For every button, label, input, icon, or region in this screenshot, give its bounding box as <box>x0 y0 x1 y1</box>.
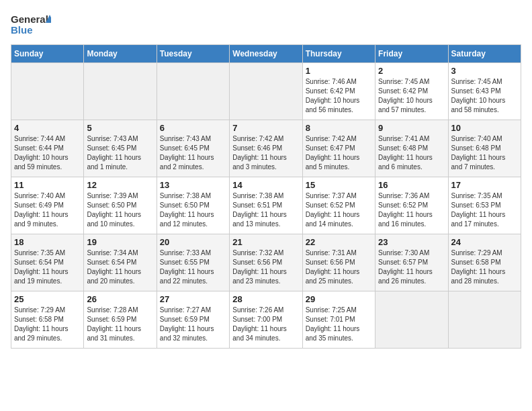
calendar-cell: 25Sunrise: 7:29 AM Sunset: 6:58 PM Dayli… <box>11 291 84 349</box>
day-info: Sunrise: 7:33 AM Sunset: 6:55 PM Dayligh… <box>160 248 226 286</box>
calendar-cell: 9Sunrise: 7:41 AM Sunset: 6:48 PM Daylig… <box>375 120 448 177</box>
day-number: 4 <box>14 123 81 133</box>
calendar-cell: 10Sunrise: 7:40 AM Sunset: 6:48 PM Dayli… <box>448 120 521 177</box>
day-number: 11 <box>14 180 81 190</box>
calendar-cell <box>230 63 302 120</box>
calendar-cell: 27Sunrise: 7:27 AM Sunset: 6:59 PM Dayli… <box>157 291 229 349</box>
calendar-cell: 20Sunrise: 7:33 AM Sunset: 6:55 PM Dayli… <box>157 234 229 291</box>
calendar-cell: 12Sunrise: 7:39 AM Sunset: 6:50 PM Dayli… <box>84 177 157 234</box>
day-number: 1 <box>306 66 372 76</box>
calendar-cell: 24Sunrise: 7:29 AM Sunset: 6:58 PM Dayli… <box>448 234 521 291</box>
day-info: Sunrise: 7:37 AM Sunset: 6:52 PM Dayligh… <box>306 191 372 229</box>
day-info: Sunrise: 7:38 AM Sunset: 6:50 PM Dayligh… <box>160 191 226 229</box>
day-info: Sunrise: 7:43 AM Sunset: 6:45 PM Dayligh… <box>160 134 226 172</box>
calendar-cell: 8Sunrise: 7:42 AM Sunset: 6:47 PM Daylig… <box>302 120 375 177</box>
day-number: 28 <box>232 294 299 304</box>
calendar-week-row: 18Sunrise: 7:35 AM Sunset: 6:54 PM Dayli… <box>11 234 521 291</box>
day-info: Sunrise: 7:46 AM Sunset: 6:42 PM Dayligh… <box>306 77 372 115</box>
day-info: Sunrise: 7:42 AM Sunset: 6:46 PM Dayligh… <box>232 134 299 172</box>
day-number: 26 <box>87 294 153 304</box>
day-info: Sunrise: 7:31 AM Sunset: 6:56 PM Dayligh… <box>306 248 372 286</box>
weekday-header-tuesday: Tuesday <box>157 45 229 63</box>
day-number: 15 <box>306 180 372 190</box>
day-info: Sunrise: 7:38 AM Sunset: 6:51 PM Dayligh… <box>232 191 299 229</box>
day-info: Sunrise: 7:35 AM Sunset: 6:54 PM Dayligh… <box>14 248 81 286</box>
day-number: 18 <box>14 237 81 247</box>
page-header: General Blue <box>11 11 521 39</box>
calendar-cell <box>157 63 229 120</box>
calendar-table: SundayMondayTuesdayWednesdayThursdayFrid… <box>11 44 521 349</box>
calendar-cell: 7Sunrise: 7:42 AM Sunset: 6:46 PM Daylig… <box>230 120 302 177</box>
day-number: 10 <box>451 123 518 133</box>
day-number: 8 <box>306 123 372 133</box>
calendar-cell: 3Sunrise: 7:45 AM Sunset: 6:43 PM Daylig… <box>448 63 521 120</box>
day-info: Sunrise: 7:35 AM Sunset: 6:53 PM Dayligh… <box>451 191 518 229</box>
day-info: Sunrise: 7:26 AM Sunset: 7:00 PM Dayligh… <box>232 306 299 343</box>
day-info: Sunrise: 7:25 AM Sunset: 7:01 PM Dayligh… <box>306 306 372 343</box>
weekday-header-thursday: Thursday <box>302 45 375 63</box>
weekday-header-sunday: Sunday <box>11 45 84 63</box>
logo-svg: General Blue <box>11 11 51 39</box>
logo: General Blue <box>11 11 51 39</box>
day-number: 17 <box>451 180 518 190</box>
day-info: Sunrise: 7:29 AM Sunset: 6:58 PM Dayligh… <box>451 248 518 286</box>
day-info: Sunrise: 7:45 AM Sunset: 6:43 PM Dayligh… <box>451 77 518 115</box>
calendar-cell: 6Sunrise: 7:43 AM Sunset: 6:45 PM Daylig… <box>157 120 229 177</box>
day-info: Sunrise: 7:30 AM Sunset: 6:57 PM Dayligh… <box>378 248 445 286</box>
day-info: Sunrise: 7:44 AM Sunset: 6:44 PM Dayligh… <box>14 134 81 172</box>
calendar-cell: 16Sunrise: 7:36 AM Sunset: 6:52 PM Dayli… <box>375 177 448 234</box>
day-number: 5 <box>87 123 153 133</box>
day-number: 19 <box>87 237 153 247</box>
day-info: Sunrise: 7:45 AM Sunset: 6:42 PM Dayligh… <box>378 77 445 115</box>
day-number: 14 <box>232 180 299 190</box>
calendar-cell <box>84 63 157 120</box>
weekday-header-monday: Monday <box>84 45 157 63</box>
calendar-cell: 4Sunrise: 7:44 AM Sunset: 6:44 PM Daylig… <box>11 120 84 177</box>
day-number: 13 <box>160 180 226 190</box>
calendar-week-row: 1Sunrise: 7:46 AM Sunset: 6:42 PM Daylig… <box>11 63 521 120</box>
day-info: Sunrise: 7:39 AM Sunset: 6:50 PM Dayligh… <box>87 191 153 229</box>
weekday-header-saturday: Saturday <box>448 45 521 63</box>
day-number: 2 <box>378 66 445 76</box>
day-info: Sunrise: 7:36 AM Sunset: 6:52 PM Dayligh… <box>378 191 445 229</box>
calendar-cell: 22Sunrise: 7:31 AM Sunset: 6:56 PM Dayli… <box>302 234 375 291</box>
calendar-cell <box>375 291 448 349</box>
calendar-cell <box>448 291 521 349</box>
calendar-cell <box>11 63 84 120</box>
calendar-cell: 18Sunrise: 7:35 AM Sunset: 6:54 PM Dayli… <box>11 234 84 291</box>
day-info: Sunrise: 7:34 AM Sunset: 6:54 PM Dayligh… <box>87 248 153 286</box>
day-info: Sunrise: 7:28 AM Sunset: 6:59 PM Dayligh… <box>87 306 153 343</box>
day-number: 9 <box>378 123 445 133</box>
calendar-week-row: 25Sunrise: 7:29 AM Sunset: 6:58 PM Dayli… <box>11 291 521 349</box>
calendar-cell: 28Sunrise: 7:26 AM Sunset: 7:00 PM Dayli… <box>230 291 302 349</box>
calendar-cell: 23Sunrise: 7:30 AM Sunset: 6:57 PM Dayli… <box>375 234 448 291</box>
day-info: Sunrise: 7:43 AM Sunset: 6:45 PM Dayligh… <box>87 134 153 172</box>
day-info: Sunrise: 7:42 AM Sunset: 6:47 PM Dayligh… <box>306 134 372 172</box>
day-info: Sunrise: 7:32 AM Sunset: 6:56 PM Dayligh… <box>232 248 299 286</box>
day-number: 29 <box>306 294 372 304</box>
calendar-week-row: 11Sunrise: 7:40 AM Sunset: 6:49 PM Dayli… <box>11 177 521 234</box>
svg-text:Blue: Blue <box>11 24 33 36</box>
day-number: 23 <box>378 237 445 247</box>
day-number: 12 <box>87 180 153 190</box>
day-number: 7 <box>232 123 299 133</box>
day-info: Sunrise: 7:27 AM Sunset: 6:59 PM Dayligh… <box>160 306 226 343</box>
calendar-cell: 26Sunrise: 7:28 AM Sunset: 6:59 PM Dayli… <box>84 291 157 349</box>
day-info: Sunrise: 7:41 AM Sunset: 6:48 PM Dayligh… <box>378 134 445 172</box>
day-number: 20 <box>160 237 226 247</box>
calendar-cell: 15Sunrise: 7:37 AM Sunset: 6:52 PM Dayli… <box>302 177 375 234</box>
calendar-cell: 13Sunrise: 7:38 AM Sunset: 6:50 PM Dayli… <box>157 177 229 234</box>
day-number: 22 <box>306 237 372 247</box>
calendar-cell: 29Sunrise: 7:25 AM Sunset: 7:01 PM Dayli… <box>302 291 375 349</box>
calendar-cell: 5Sunrise: 7:43 AM Sunset: 6:45 PM Daylig… <box>84 120 157 177</box>
day-number: 3 <box>451 66 518 76</box>
calendar-week-row: 4Sunrise: 7:44 AM Sunset: 6:44 PM Daylig… <box>11 120 521 177</box>
weekday-header-row: SundayMondayTuesdayWednesdayThursdayFrid… <box>11 45 521 63</box>
svg-text:General: General <box>11 13 48 25</box>
day-number: 21 <box>232 237 299 247</box>
day-number: 6 <box>160 123 226 133</box>
calendar-cell: 14Sunrise: 7:38 AM Sunset: 6:51 PM Dayli… <box>230 177 302 234</box>
weekday-header-wednesday: Wednesday <box>230 45 302 63</box>
calendar-cell: 19Sunrise: 7:34 AM Sunset: 6:54 PM Dayli… <box>84 234 157 291</box>
day-info: Sunrise: 7:40 AM Sunset: 6:49 PM Dayligh… <box>14 191 81 229</box>
